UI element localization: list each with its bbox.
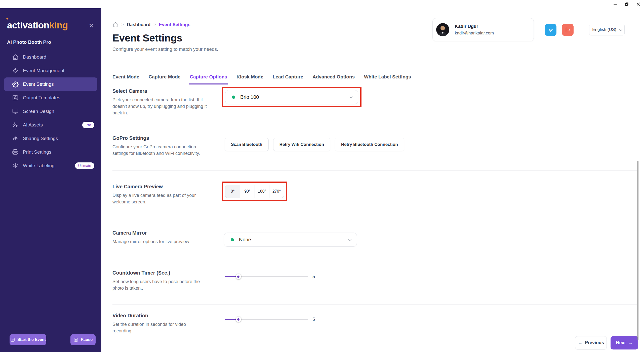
restore-icon[interactable] xyxy=(625,2,629,6)
row-video-duration: Video Duration Set the duration in secon… xyxy=(112,305,637,341)
sidebar-item-output-templates[interactable]: Output Templates xyxy=(4,91,97,105)
arrow-right-icon: → xyxy=(628,340,633,345)
row-camera-mirror: Camera Mirror Manage mirror options for … xyxy=(112,218,637,263)
sidebar-item-event-settings[interactable]: Event Settings xyxy=(4,77,97,91)
monitor-icon xyxy=(12,108,19,115)
sidebar-item-print-settings[interactable]: Print Settings xyxy=(4,145,97,159)
sidebar-close-icon[interactable]: ✕ xyxy=(89,23,94,29)
scrollbar[interactable] xyxy=(637,161,638,340)
breadcrumb-event-settings: Event Settings xyxy=(159,22,190,27)
sidebar-item-label: Screen Design xyxy=(23,109,54,114)
close-icon[interactable] xyxy=(636,2,640,6)
tab-white-label-settings[interactable]: White Label Settings xyxy=(364,74,411,80)
select-camera-description: Pick your connected camera from the list… xyxy=(112,97,211,116)
sidebar-item-ai-assets[interactable]: AI Assets Pro xyxy=(4,118,97,132)
chevron-down-icon xyxy=(348,238,352,241)
retry-wifi-button[interactable]: Retry Wifi Connection xyxy=(273,138,330,151)
home-icon xyxy=(12,54,19,60)
logout-button[interactable] xyxy=(562,24,574,36)
row-gopro-settings: GoPro Settings Configure your GoPro came… xyxy=(112,126,637,171)
wifi-icon xyxy=(548,27,554,33)
countdown-slider[interactable] xyxy=(225,274,308,279)
breadcrumb-dashboard[interactable]: Dashboard xyxy=(127,22,150,27)
user-name: Kadir Uğur xyxy=(455,24,494,29)
ultimate-badge: Ultimate xyxy=(75,162,94,169)
sidebar-item-label: Output Templates xyxy=(23,95,60,101)
sidebar-item-white-labeling[interactable]: White Labeling Ultimate xyxy=(4,159,97,172)
sidebar: ✕ ✦activationking Ai Photo Booth Pro Das… xyxy=(0,8,101,352)
rotation-270-button[interactable]: 270° xyxy=(269,185,284,198)
printer-icon xyxy=(12,149,19,155)
tab-capture-options[interactable]: Capture Options xyxy=(190,74,227,80)
camera-select-value: Brio 100 xyxy=(240,94,259,100)
minimize-icon[interactable] xyxy=(613,2,617,6)
status-dot-icon xyxy=(231,238,234,241)
rotation-0-button[interactable]: 0° xyxy=(225,185,240,198)
rotation-180-button[interactable]: 180° xyxy=(255,185,269,198)
app-logo: ✦activationking xyxy=(7,20,68,31)
tab-capture-mode[interactable]: Capture Mode xyxy=(149,74,181,80)
main-content: > Dashboard > Event Settings Event Setti… xyxy=(101,8,644,352)
pause-button[interactable]: Pause xyxy=(70,334,96,345)
tab-event-mode[interactable]: Event Mode xyxy=(112,74,139,80)
arrow-left-icon: ← xyxy=(578,340,582,345)
previous-button[interactable]: ← Previous xyxy=(575,336,607,349)
sidebar-item-sharing-settings[interactable]: Sharing Settings xyxy=(4,132,97,145)
asterisk-icon xyxy=(12,162,19,169)
red-highlight-box: Brio 100 xyxy=(222,87,361,107)
start-event-button[interactable]: Start the Event xyxy=(10,334,46,345)
sidebar-item-dashboard[interactable]: Dashboard xyxy=(4,50,97,64)
play-icon xyxy=(10,337,15,342)
sidebar-item-event-management[interactable]: Event Management xyxy=(4,64,97,77)
camera-select[interactable]: Brio 100 xyxy=(225,90,358,104)
sidebar-item-label: Event Management xyxy=(23,68,64,73)
pro-badge: Pro xyxy=(82,122,94,128)
mirror-select-value: None xyxy=(239,237,251,243)
camera-mirror-label: Camera Mirror xyxy=(112,230,637,236)
countdown-label: Countdown Timer (Sec.) xyxy=(112,270,637,276)
row-countdown-timer: Countdown Timer (Sec.) Set how long user… xyxy=(112,263,637,305)
sidebar-item-label: Dashboard xyxy=(23,54,46,60)
video-duration-slider[interactable] xyxy=(225,317,308,322)
pause-icon xyxy=(73,337,78,342)
logout-icon xyxy=(565,27,571,33)
countdown-description: Set how long users have to pose before t… xyxy=(112,278,212,291)
chevron-down-icon xyxy=(619,28,622,31)
scan-bluetooth-button[interactable]: Scan Bluetooth xyxy=(225,138,269,151)
sidebar-item-label: Print Settings xyxy=(23,149,51,155)
page-title: Event Settings xyxy=(112,32,182,44)
tab-kiosk-mode[interactable]: Kiosk Mode xyxy=(236,74,263,80)
home-icon[interactable] xyxy=(112,22,118,28)
page-subtitle: Configure your event setting to match yo… xyxy=(112,47,218,52)
user-card[interactable]: Kadir Uğur kadir@harikalar.com xyxy=(432,18,534,41)
logo-sparkle-icon: ✦ xyxy=(6,17,9,21)
camera-mirror-description: Manage mirror options for live preview. xyxy=(112,238,213,245)
breadcrumb-separator: > xyxy=(122,22,124,27)
video-duration-value: 5 xyxy=(312,317,315,322)
share-icon xyxy=(12,135,19,142)
slider-thumb[interactable] xyxy=(236,317,241,322)
sidebar-item-label: Sharing Settings xyxy=(23,136,58,141)
rotation-90-button[interactable]: 90° xyxy=(240,185,255,198)
language-selector[interactable]: English (US) xyxy=(589,24,625,35)
language-label: English (US) xyxy=(592,27,616,32)
live-preview-label: Live Camera Preview xyxy=(112,184,637,190)
wifi-button[interactable] xyxy=(545,24,556,36)
tab-advanced-options[interactable]: Advanced Options xyxy=(312,74,355,80)
mirror-select[interactable]: None xyxy=(224,233,357,247)
row-live-camera-preview: Live Camera Preview Display a live camer… xyxy=(112,171,637,218)
select-camera-label: Select Camera xyxy=(112,88,637,94)
avatar xyxy=(436,23,449,36)
retry-bluetooth-button[interactable]: Retry Bluetooth Connection xyxy=(335,138,404,151)
tab-lead-capture[interactable]: Lead Capture xyxy=(273,74,303,80)
next-button[interactable]: Next → xyxy=(611,336,638,349)
window-titlebar xyxy=(0,0,644,8)
sidebar-item-screen-design[interactable]: Screen Design xyxy=(4,105,97,118)
bolt-icon xyxy=(12,67,19,74)
sidebar-item-label: AI Assets xyxy=(23,122,43,128)
chevron-down-icon xyxy=(350,95,353,98)
sidebar-item-label: White Labeling xyxy=(23,163,55,168)
gopro-settings-description: Configure your GoPro camera connection s… xyxy=(112,144,200,157)
red-highlight-box: 0° 90° 180° 270° xyxy=(222,182,287,201)
slider-thumb[interactable] xyxy=(236,274,241,279)
